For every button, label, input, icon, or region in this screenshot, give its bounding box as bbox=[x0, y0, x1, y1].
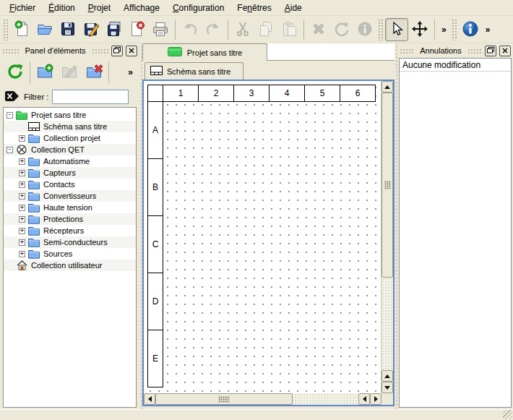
undo-list-item[interactable]: Aucune modification bbox=[400, 59, 511, 72]
toolbar-overflow-button[interactable]: » bbox=[438, 25, 450, 35]
menu-fichier[interactable]: Fichier bbox=[3, 1, 42, 15]
dock-drag-handle[interactable] bbox=[467, 48, 482, 54]
scroll-left-button[interactable] bbox=[358, 393, 370, 405]
menu-aide[interactable]: Aide bbox=[278, 1, 309, 15]
close-file-button[interactable] bbox=[126, 18, 149, 41]
project-folder-icon bbox=[168, 47, 182, 58]
clear-filter-button[interactable] bbox=[4, 90, 20, 104]
paste-button[interactable] bbox=[277, 18, 301, 41]
tab-projet-sans-titre[interactable]: Projet sans titre bbox=[142, 43, 267, 61]
tree-item-sources[interactable]: Sources bbox=[4, 248, 136, 260]
delete-button[interactable] bbox=[307, 18, 330, 41]
expand-expander[interactable] bbox=[19, 205, 25, 211]
folder-icon bbox=[28, 180, 40, 189]
dock-close-button[interactable] bbox=[126, 46, 137, 56]
tree-item-collection-utilisateur[interactable]: Collection utilisateur bbox=[4, 260, 136, 271]
window-resize-grip[interactable] bbox=[503, 410, 512, 419]
schema-icon bbox=[28, 122, 40, 132]
dock-float-button[interactable] bbox=[111, 46, 123, 56]
diagram-info-button[interactable] bbox=[459, 18, 482, 41]
vertical-scrollbar[interactable] bbox=[381, 81, 393, 393]
expand-expander[interactable] bbox=[19, 158, 25, 165]
menu-mnemonic: A bbox=[285, 3, 290, 13]
tree-item-capteurs[interactable]: Capteurs bbox=[4, 167, 136, 179]
scroll-left-button[interactable] bbox=[144, 393, 155, 405]
expand-expander[interactable] bbox=[19, 181, 25, 188]
cut-icon bbox=[234, 20, 251, 39]
menu-fenetres[interactable]: Fenêtres bbox=[230, 1, 277, 15]
dock-drag-handle[interactable] bbox=[92, 48, 108, 54]
expand-expander[interactable] bbox=[19, 216, 25, 223]
rotate-button[interactable] bbox=[330, 18, 353, 41]
tree-item-semi-conducteurs[interactable]: Semi-conducteurs bbox=[4, 236, 136, 248]
scroll-up-button[interactable] bbox=[381, 81, 393, 93]
cut-button[interactable] bbox=[231, 18, 254, 41]
tree-item-contacts[interactable]: Contacts bbox=[4, 179, 136, 190]
schema-icon bbox=[150, 66, 163, 77]
scroll-up-button[interactable] bbox=[381, 370, 393, 382]
save-all-button[interactable] bbox=[103, 18, 126, 41]
menu-label: ichier bbox=[14, 3, 35, 13]
expand-expander[interactable] bbox=[19, 251, 25, 257]
save-as-button[interactable] bbox=[79, 18, 103, 41]
row-header: C bbox=[147, 216, 163, 273]
dock-drag-handle[interactable] bbox=[400, 48, 414, 54]
pan-mode-button[interactable] bbox=[408, 18, 431, 41]
toolbar-overflow-button[interactable]: » bbox=[482, 25, 494, 35]
tree-item-convertisseurs[interactable]: Convertisseurs bbox=[4, 190, 136, 202]
delete-category-button[interactable] bbox=[82, 60, 106, 85]
collapse-expander[interactable] bbox=[7, 112, 13, 119]
diagram-canvas[interactable]: 1 2 3 4 5 6 A B C D E bbox=[144, 81, 381, 393]
toolbar-drag-handle[interactable] bbox=[378, 19, 384, 40]
folder-icon bbox=[28, 157, 40, 166]
new-document-button[interactable] bbox=[10, 18, 33, 41]
reload-collections-button[interactable] bbox=[3, 60, 27, 85]
tree-item-haute-tension[interactable]: Haute tension bbox=[4, 202, 136, 213]
expand-expander[interactable] bbox=[19, 170, 25, 176]
copy-button[interactable] bbox=[254, 18, 277, 41]
expand-expander[interactable] bbox=[19, 193, 25, 200]
tree-item-collection-qet[interactable]: Collection QET bbox=[4, 144, 136, 155]
tree-item-collection-projet[interactable]: Collection projet bbox=[4, 132, 136, 144]
menu-edition[interactable]: Édition bbox=[42, 1, 82, 15]
home-icon bbox=[16, 261, 27, 270]
dock-close-button[interactable] bbox=[499, 46, 511, 56]
print-button[interactable] bbox=[149, 18, 172, 41]
undo-button[interactable] bbox=[178, 18, 202, 41]
tab-schema-sans-titre[interactable]: Schéma sans titre bbox=[145, 62, 243, 80]
dock-float-button[interactable] bbox=[485, 46, 496, 56]
toolbar-drag-handle[interactable] bbox=[3, 19, 9, 40]
save-button[interactable] bbox=[56, 18, 79, 41]
dock-drag-handle[interactable] bbox=[2, 48, 19, 54]
menu-mnemonic: C bbox=[173, 3, 179, 13]
horizontal-scroll-thumb[interactable] bbox=[155, 393, 293, 405]
toolbar-drag-handle[interactable] bbox=[452, 19, 457, 40]
new-category-button[interactable] bbox=[33, 60, 57, 85]
menu-label: ide bbox=[290, 3, 302, 13]
scroll-right-button[interactable] bbox=[370, 393, 381, 405]
menu-affichage[interactable]: Affichage bbox=[117, 1, 166, 15]
edit-category-button[interactable] bbox=[57, 60, 82, 85]
horizontal-scrollbar[interactable] bbox=[144, 393, 381, 405]
tree-item-protections[interactable]: Protections bbox=[4, 213, 136, 225]
tree-item-projet-sans-titre[interactable]: Projet sans titre bbox=[4, 109, 136, 121]
tree-item-recepteurs[interactable]: Récepteurs bbox=[4, 225, 136, 236]
tree-item-automatisme[interactable]: Automatisme bbox=[4, 155, 136, 167]
vertical-scroll-thumb[interactable] bbox=[381, 93, 393, 278]
redo-button[interactable] bbox=[202, 18, 225, 41]
scroll-down-button[interactable] bbox=[381, 382, 393, 393]
collapse-expander[interactable] bbox=[7, 147, 13, 153]
refresh-icon bbox=[6, 62, 25, 82]
tree-item-schema-sans-titre[interactable]: Schéma sans titre bbox=[4, 121, 136, 132]
selection-mode-button[interactable] bbox=[385, 18, 408, 41]
panel-overflow-button[interactable]: » bbox=[124, 67, 137, 77]
expand-expander[interactable] bbox=[19, 228, 25, 234]
menu-configuration[interactable]: Configuration bbox=[166, 1, 230, 15]
scroll-track[interactable] bbox=[293, 393, 358, 405]
expand-expander[interactable] bbox=[19, 135, 25, 142]
expand-expander[interactable] bbox=[19, 239, 25, 246]
menu-projet[interactable]: Projet bbox=[82, 1, 117, 15]
info-button[interactable] bbox=[353, 18, 376, 41]
filter-input[interactable] bbox=[52, 90, 129, 104]
open-button[interactable] bbox=[33, 18, 56, 41]
